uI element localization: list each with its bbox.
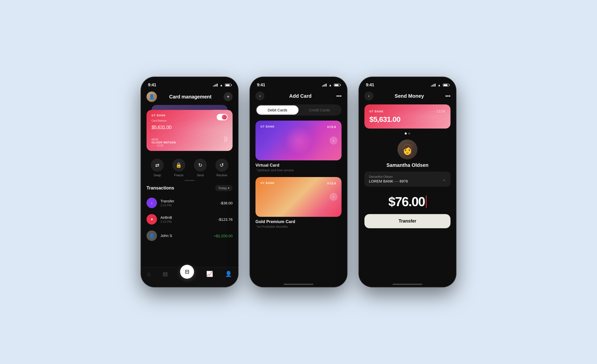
- receive-button[interactable]: ↺ Receive: [215, 159, 228, 177]
- add-button[interactable]: +: [224, 92, 233, 101]
- battery-fill-1: [226, 84, 230, 86]
- signal-bar: [217, 84, 218, 87]
- status-bar-2: 9:41 ▲: [250, 77, 347, 90]
- nav-home[interactable]: ⌂: [147, 271, 150, 277]
- tab-debit[interactable]: Debit Cards: [256, 105, 298, 115]
- txn-info-airbnb: AirBnB 2:15 PM: [160, 215, 214, 224]
- gold-card-info: Gold Premium Card Get Profitable Benefit…: [255, 217, 342, 228]
- signal-bars-1: [213, 84, 218, 87]
- home-indicator-2: [284, 284, 313, 285]
- signal-bars-3: [431, 84, 436, 87]
- page-title-1: Card management: [169, 94, 211, 100]
- txn-icon-airbnb: ✦: [147, 214, 157, 225]
- freeze-icon: 🔒: [172, 159, 185, 172]
- virtual-card-name: Virtual Card: [255, 163, 342, 168]
- tab-switcher: Debit Cards Credit Cards: [255, 104, 342, 116]
- back-button-2[interactable]: ‹: [255, 91, 264, 100]
- p3-header: ‹ Send Money •••: [359, 90, 456, 104]
- gold-card-bg: GT BANK VISA: [255, 177, 342, 217]
- txn-info-transfer: Transfer 2:15 PM: [160, 199, 216, 207]
- signal-bars-2: [322, 84, 327, 87]
- more-button-2[interactable]: •••: [336, 93, 342, 99]
- p1-header: 👤 Card management +: [141, 90, 238, 105]
- nav-analytics[interactable]: 📈: [206, 271, 213, 277]
- status-time-3: 9:41: [366, 83, 374, 88]
- txn-info-johns: John S: [160, 233, 210, 238]
- card-balance: $5,631.00: [151, 122, 228, 131]
- virtual-card-image: GT BANK VISA ›: [255, 121, 342, 160]
- amount-value: $76.00: [388, 194, 425, 209]
- cursor-indicator: [426, 195, 427, 208]
- page-title-3: Send Money: [395, 93, 424, 99]
- gold-card-visa: VISA: [327, 182, 337, 185]
- home-indicator-3: [393, 284, 422, 285]
- filter-badge[interactable]: Today ▾: [215, 185, 233, 191]
- gold-card-desc: Get Profitable Benefits: [255, 225, 342, 228]
- transactions-header: Transactions Today ▾: [141, 185, 238, 195]
- more-button-3[interactable]: •••: [445, 93, 450, 99]
- home-icon: ⌂: [147, 271, 150, 277]
- transactions-title: Transactions: [147, 185, 174, 191]
- gold-card-chevron[interactable]: ›: [330, 193, 338, 201]
- send-card-bank: GT BANK: [369, 110, 384, 113]
- card-flower-decoration: [255, 121, 342, 160]
- user-avatar[interactable]: 👤: [147, 91, 157, 102]
- wallet-icon: ⊟: [185, 269, 189, 275]
- nav-wallet-fab[interactable]: ⊟: [180, 271, 194, 279]
- phone-1: 9:41 ▲ 👤 Card management +: [141, 77, 238, 287]
- recipient-bank-box[interactable]: Samantha Oldsen LOREM BANK ···· 8976 ⌄: [364, 172, 450, 187]
- toggle-knob: [222, 115, 227, 120]
- send-card: GT BANK ···· 1226 $5,631.00: [364, 104, 450, 129]
- gold-card-bank: GT BANK: [260, 182, 275, 184]
- page-title-2: Add Card: [289, 93, 311, 99]
- nav-cards[interactable]: ▤: [163, 271, 168, 277]
- chevron-down-icon: ⌄: [442, 177, 446, 182]
- status-time-2: 9:41: [257, 83, 265, 88]
- swap-icon: ⇄: [151, 159, 164, 172]
- send-card-num: ···· 1226: [429, 109, 446, 113]
- recipient-name-label: Samantha Oldsen: [369, 175, 408, 179]
- tab-credit[interactable]: Credit Cards: [298, 105, 341, 115]
- profile-nav-icon: 👤: [225, 271, 232, 277]
- transaction-item-airbnb[interactable]: ✦ AirBnB 2:15 PM -$123.76: [141, 211, 238, 228]
- card-number: ···· 1226: [151, 144, 176, 147]
- card-option-gold[interactable]: GT BANK VISA › Gold Premium Card Get Pro…: [255, 177, 342, 228]
- card-expiry: 08/25: [151, 138, 176, 141]
- gold-card-name: Gold Premium Card: [255, 219, 342, 224]
- balance-label: Card Balance: [151, 119, 228, 122]
- status-bar-3: 9:41 ▲: [359, 77, 456, 90]
- wallet-fab[interactable]: ⊟: [180, 265, 194, 279]
- nfc-icon: )): [224, 136, 228, 142]
- signal-bar: [216, 84, 216, 87]
- signal-bar: [213, 86, 214, 87]
- back-button-3[interactable]: ‹: [364, 91, 373, 100]
- send-card-top: GT BANK ···· 1226: [369, 109, 446, 113]
- signal-bar: [214, 85, 215, 87]
- txn-icon-transfer: ↓: [147, 198, 157, 208]
- virtual-card-bg: GT BANK VISA: [255, 121, 342, 160]
- recipient-bank-info: Samantha Oldsen LOREM BANK ···· 8976: [369, 175, 408, 183]
- scroll-indicator: [141, 180, 238, 181]
- status-icons-1: ▲: [213, 83, 231, 87]
- recipient-section: 👩 Samantha Oldsen Samantha Oldsen LOREM …: [364, 139, 450, 187]
- wifi-icon-1: ▲: [220, 83, 223, 87]
- card-toggle[interactable]: [217, 114, 228, 120]
- swap-button[interactable]: ⇄ Swap: [151, 159, 164, 177]
- transaction-item-transfer[interactable]: ↓ Transfer 2:15 PM -$38.00: [141, 195, 238, 211]
- virtual-card-desc: Cashback and free service: [255, 168, 342, 172]
- battery-icon-1: [225, 84, 231, 87]
- txn-amount-transfer: -$38.00: [220, 201, 233, 205]
- scroll-bar: [185, 180, 195, 181]
- virtual-card-chevron[interactable]: ›: [330, 136, 338, 144]
- send-label: Send: [197, 174, 204, 177]
- freeze-button[interactable]: 🔒 Freeze: [172, 159, 185, 177]
- transfer-button[interactable]: Transfer: [364, 214, 450, 228]
- nav-profile[interactable]: 👤: [225, 271, 232, 277]
- card-front[interactable]: GT BANK Card Balance $5,631.00 )) 08/25 …: [147, 110, 233, 151]
- gold-card-image: GT BANK VISA ›: [255, 177, 342, 217]
- card-option-virtual[interactable]: GT BANK VISA › Virtual Card Cashback and…: [255, 121, 342, 172]
- transaction-item-johns[interactable]: 👤 John S +$2,200.00: [141, 228, 238, 244]
- wifi-icon-3: ▲: [438, 83, 441, 87]
- dot-2: [408, 133, 410, 135]
- send-button[interactable]: ↻ Send: [194, 159, 207, 177]
